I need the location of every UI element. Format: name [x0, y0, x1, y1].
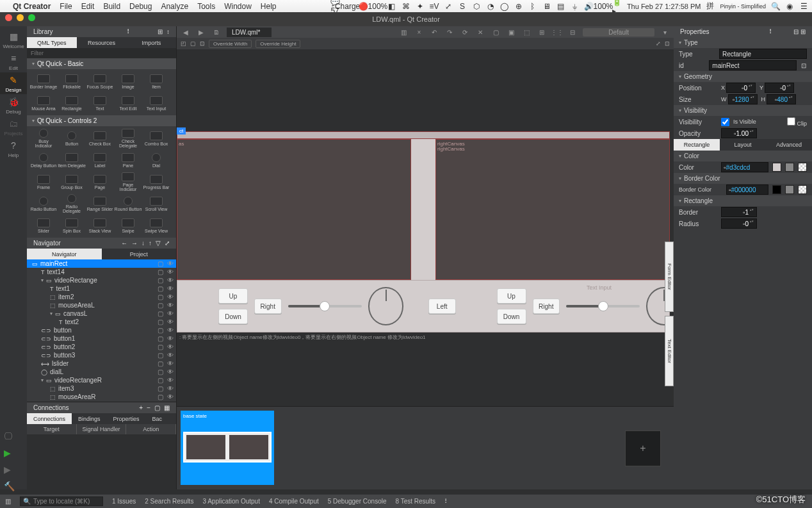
up-button-l[interactable]: Up [218, 288, 248, 304]
tab-connections[interactable]: Connections [27, 413, 72, 424]
left-video-box[interactable]: as [177, 139, 411, 280]
tab-bindings[interactable]: Bindings [72, 413, 107, 424]
maximize-window[interactable] [28, 14, 35, 21]
nav-arrow-down-icon[interactable]: ↓ [142, 240, 145, 247]
visibility-icon[interactable]: 👁 [167, 293, 174, 300]
export-icon[interactable]: ▢ [158, 377, 163, 384]
nav-back-icon[interactable]: ◀ [181, 28, 191, 37]
component-item[interactable]: Flickable [58, 70, 86, 92]
tool-icon[interactable]: ▣ [506, 28, 516, 37]
visibility-icon[interactable]: 👁 [167, 335, 174, 342]
zoom-reset-icon[interactable]: ⊡ [665, 40, 670, 47]
export-icon[interactable]: ▢ [158, 360, 163, 367]
down-button-l[interactable]: Down [218, 309, 248, 324]
border-gradient[interactable] [785, 185, 794, 194]
base-state[interactable]: base state [181, 411, 274, 485]
border-color-field[interactable]: ◦ #000000 [726, 184, 768, 195]
type-field[interactable] [719, 49, 807, 59]
export-icon[interactable]: ▢ [158, 310, 163, 317]
build-icon[interactable]: 🔨 [4, 481, 15, 491]
component-item[interactable]: Dial [142, 149, 170, 171]
component-item[interactable]: Combo Box [142, 127, 170, 149]
export-icon[interactable]: ▢ [158, 327, 163, 334]
tray-icon[interactable]: 🖥 [542, 2, 551, 11]
component-item[interactable]: Item [142, 70, 170, 92]
locator[interactable]: 🔍Type to locate (⌘K) [20, 496, 103, 506]
export-icon[interactable]: ▢ [158, 335, 163, 342]
menu-analyze[interactable]: Analyze [161, 2, 188, 11]
left-button-r[interactable]: Left [428, 299, 456, 314]
tree-row[interactable]: ⊂⊃button3▢👁 [27, 351, 176, 359]
export-icon[interactable]: ▢ [158, 277, 163, 284]
isvisible-checkbox[interactable] [721, 118, 729, 126]
notification-icon[interactable]: ☰ [799, 2, 808, 11]
color-gradient[interactable] [785, 163, 794, 172]
component-item[interactable]: Range Slider [86, 193, 114, 215]
export-icon[interactable]: ▢ [158, 293, 163, 300]
export-icon[interactable]: ▢ [158, 318, 163, 325]
tab-imports[interactable]: Imports [126, 37, 176, 48]
tray-icon[interactable]: ◔ [486, 2, 495, 11]
component-item[interactable]: Progress Bar [142, 171, 170, 193]
id-field[interactable] [709, 60, 797, 70]
mode-projects[interactable]: 🗂Projects [0, 116, 27, 138]
component-item[interactable]: Image [114, 70, 142, 92]
tool-icon[interactable]: ✕ [475, 28, 485, 37]
tree-row[interactable]: ⬚mouseAreaR▢👁 [27, 393, 176, 401]
component-item[interactable]: Spin Box [58, 215, 86, 236]
component-item[interactable]: Swipe [114, 215, 142, 236]
tree-row[interactable]: ⬚item3▢👁 [27, 384, 176, 393]
conn-grid-icon[interactable]: ▦ [164, 404, 170, 411]
x-spinbox[interactable]: ◦ 0▴▾ [726, 83, 756, 93]
export-icon[interactable]: ▢ [158, 393, 163, 400]
tree-row[interactable]: ▾▭videoRectange▢👁 [27, 276, 176, 284]
export-icon[interactable]: ▢ [158, 268, 163, 275]
tab-project[interactable]: Project [102, 249, 177, 259]
visibility-icon[interactable]: 👁 [167, 277, 174, 284]
nav-more-icon[interactable]: ⤢ [165, 240, 170, 247]
tool-icon[interactable]: ⋮⋮ [552, 28, 562, 37]
tree-row[interactable]: Ttext2▢👁 [27, 318, 176, 326]
tree-row[interactable]: ⊂⊃button▢👁 [27, 326, 176, 334]
bluetooth-icon[interactable]: ᛒ [528, 2, 537, 11]
component-item[interactable]: Frame [29, 171, 58, 193]
library-add-icon[interactable]: ⊞ [158, 28, 163, 35]
tree-row[interactable]: ▭mainRect▢👁 [27, 259, 176, 268]
visibility-icon[interactable]: 👁 [167, 268, 174, 275]
component-item[interactable]: Group Box [58, 171, 86, 193]
navigator-tree[interactable]: ▭mainRect▢👁Ttext14▢👁▾▭videoRectange▢👁Tte… [27, 259, 176, 402]
out-menu-icon[interactable]: ⠇ [444, 498, 449, 505]
tool-icon[interactable]: ⊟ [567, 28, 578, 37]
undo-icon[interactable]: ↶ [429, 28, 439, 37]
spotlight-icon[interactable]: 🔍 [771, 2, 780, 11]
siri-icon[interactable]: ◉ [785, 2, 794, 11]
tray-icon[interactable]: S [458, 2, 467, 11]
color-none[interactable] [798, 163, 807, 172]
color-field[interactable]: ◦ #d3cdcd [721, 162, 768, 172]
mode-debug[interactable]: 🐞Debug [0, 94, 27, 116]
slider-l[interactable] [288, 305, 362, 307]
mode-help[interactable]: ?Help [0, 138, 27, 160]
close-tab-icon[interactable]: × [414, 28, 424, 37]
visibility-icon[interactable]: 👁 [167, 343, 174, 350]
form-editor-handle[interactable]: Form Editor [665, 242, 674, 312]
volume-icon[interactable]: 🔊 [585, 2, 594, 11]
right-video-box[interactable]: rightCanvas rightCanvas [435, 139, 670, 280]
visibility-icon[interactable]: 👁 [167, 385, 174, 392]
zoom-fit-icon[interactable]: ⤢ [656, 40, 661, 47]
out-search[interactable]: 2 Search Results [145, 498, 193, 505]
add-state-button[interactable]: + [625, 430, 661, 466]
tree-row[interactable]: ▾▭canvasL▢👁 [27, 309, 176, 318]
h-spinbox[interactable]: ◦ 480▴▾ [767, 94, 796, 104]
component-item[interactable]: Item Delegate [58, 149, 86, 171]
component-item[interactable]: Check Box [86, 127, 114, 149]
component-item[interactable]: Rectangle [58, 92, 86, 114]
component-item[interactable]: Text Input [142, 92, 170, 114]
out-compile[interactable]: 4 Compile Output [269, 498, 319, 505]
override-height[interactable]: Override Height [256, 40, 300, 48]
tray-icon[interactable]: ≡V [430, 2, 439, 11]
component-item[interactable]: Page [86, 171, 114, 193]
dial-l[interactable] [368, 287, 404, 325]
component-item[interactable]: Button [58, 127, 86, 149]
tray-icon[interactable]: ⤢ [444, 2, 453, 11]
